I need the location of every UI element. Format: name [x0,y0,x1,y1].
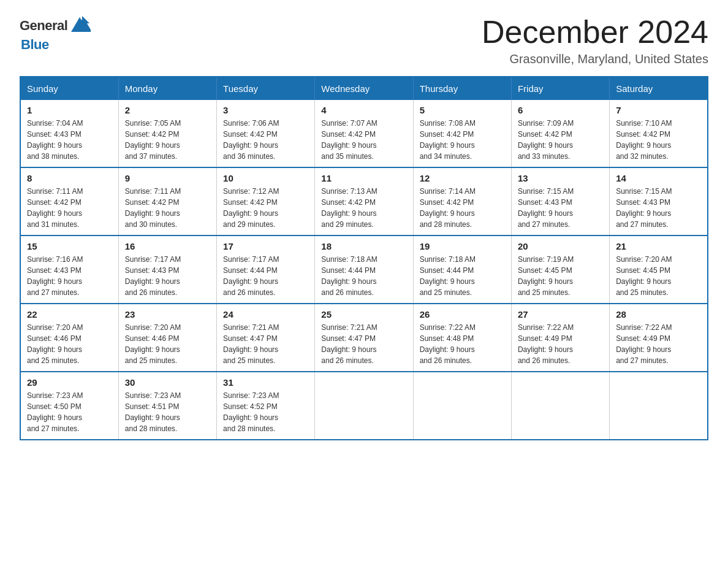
day-number: 24 [223,309,308,320]
day-number: 1 [27,105,112,115]
col-header-sunday: Sunday [20,77,118,100]
day-info: Sunrise: 7:23 AM Sunset: 4:50 PM Dayligh… [27,390,112,434]
calendar-cell: 17 Sunrise: 7:17 AM Sunset: 4:44 PM Dayl… [217,236,315,304]
logo: General Blue [20,15,91,53]
calendar-cell: 24 Sunrise: 7:21 AM Sunset: 4:47 PM Dayl… [217,304,315,372]
calendar-cell: 25 Sunrise: 7:21 AM Sunset: 4:47 PM Dayl… [315,304,413,372]
day-info: Sunrise: 7:19 AM Sunset: 4:45 PM Dayligh… [518,254,603,298]
calendar-cell: 2 Sunrise: 7:05 AM Sunset: 4:42 PM Dayli… [118,100,216,167]
calendar-cell: 6 Sunrise: 7:09 AM Sunset: 4:42 PM Dayli… [511,100,609,167]
location-subtitle: Grasonville, Maryland, United States [482,52,708,66]
day-number: 13 [518,173,603,183]
day-info: Sunrise: 7:23 AM Sunset: 4:52 PM Dayligh… [223,390,308,434]
calendar-cell: 3 Sunrise: 7:06 AM Sunset: 4:42 PM Dayli… [217,100,315,167]
title-block: December 2024 Grasonville, Maryland, Uni… [482,15,708,66]
day-number: 21 [616,241,701,251]
day-number: 27 [518,309,603,320]
day-number: 8 [27,173,112,183]
logo-text-general: General [20,18,67,34]
calendar-cell: 1 Sunrise: 7:04 AM Sunset: 4:43 PM Dayli… [20,100,118,167]
col-header-wednesday: Wednesday [315,77,413,100]
day-info: Sunrise: 7:04 AM Sunset: 4:43 PM Dayligh… [27,118,112,162]
calendar-cell: 30 Sunrise: 7:23 AM Sunset: 4:51 PM Dayl… [118,372,216,440]
day-number: 30 [125,377,210,388]
day-info: Sunrise: 7:07 AM Sunset: 4:42 PM Dayligh… [321,118,406,162]
col-header-tuesday: Tuesday [217,77,315,100]
calendar-cell: 13 Sunrise: 7:15 AM Sunset: 4:43 PM Dayl… [511,167,609,236]
day-info: Sunrise: 7:08 AM Sunset: 4:42 PM Dayligh… [420,118,505,162]
calendar-cell: 16 Sunrise: 7:17 AM Sunset: 4:43 PM Dayl… [118,236,216,304]
calendar-cell: 19 Sunrise: 7:18 AM Sunset: 4:44 PM Dayl… [413,236,511,304]
calendar-cell: 22 Sunrise: 7:20 AM Sunset: 4:46 PM Dayl… [20,304,118,372]
calendar-week-row: 29 Sunrise: 7:23 AM Sunset: 4:50 PM Dayl… [20,372,708,440]
day-info: Sunrise: 7:11 AM Sunset: 4:42 PM Dayligh… [125,186,210,230]
day-info: Sunrise: 7:21 AM Sunset: 4:47 PM Dayligh… [223,322,308,366]
calendar-cell: 20 Sunrise: 7:19 AM Sunset: 4:45 PM Dayl… [511,236,609,304]
calendar-cell: 28 Sunrise: 7:22 AM Sunset: 4:49 PM Dayl… [610,304,708,372]
day-number: 16 [125,241,210,251]
day-info: Sunrise: 7:12 AM Sunset: 4:42 PM Dayligh… [223,186,308,230]
day-info: Sunrise: 7:22 AM Sunset: 4:48 PM Dayligh… [420,322,505,366]
calendar-cell: 8 Sunrise: 7:11 AM Sunset: 4:42 PM Dayli… [20,167,118,236]
calendar-cell: 26 Sunrise: 7:22 AM Sunset: 4:48 PM Dayl… [413,304,511,372]
day-number: 20 [518,241,603,251]
calendar-cell: 21 Sunrise: 7:20 AM Sunset: 4:45 PM Dayl… [610,236,708,304]
page-header: General Blue December 2024 Grasonville, … [20,15,708,66]
calendar-cell: 23 Sunrise: 7:20 AM Sunset: 4:46 PM Dayl… [118,304,216,372]
day-info: Sunrise: 7:13 AM Sunset: 4:42 PM Dayligh… [321,186,406,230]
day-number: 23 [125,309,210,320]
day-info: Sunrise: 7:20 AM Sunset: 4:46 PM Dayligh… [125,322,210,366]
day-info: Sunrise: 7:06 AM Sunset: 4:42 PM Dayligh… [223,118,308,162]
day-number: 7 [616,105,701,115]
month-title: December 2024 [482,15,708,50]
calendar-cell [610,372,708,440]
day-info: Sunrise: 7:18 AM Sunset: 4:44 PM Dayligh… [420,254,505,298]
day-info: Sunrise: 7:15 AM Sunset: 4:43 PM Dayligh… [616,186,701,230]
day-number: 17 [223,241,308,251]
calendar-header-row: SundayMondayTuesdayWednesdayThursdayFrid… [20,77,708,100]
calendar-cell: 7 Sunrise: 7:10 AM Sunset: 4:42 PM Dayli… [610,100,708,167]
calendar-cell: 4 Sunrise: 7:07 AM Sunset: 4:42 PM Dayli… [315,100,413,167]
day-number: 19 [420,241,505,251]
calendar-table: SundayMondayTuesdayWednesdayThursdayFrid… [20,76,708,440]
logo-line2: Blue [21,37,49,53]
calendar-cell: 15 Sunrise: 7:16 AM Sunset: 4:43 PM Dayl… [20,236,118,304]
calendar-cell [511,372,609,440]
day-info: Sunrise: 7:22 AM Sunset: 4:49 PM Dayligh… [518,322,603,366]
day-info: Sunrise: 7:14 AM Sunset: 4:42 PM Dayligh… [420,186,505,230]
day-info: Sunrise: 7:05 AM Sunset: 4:42 PM Dayligh… [125,118,210,162]
logo-line1: General [20,15,91,37]
day-number: 6 [518,105,603,115]
calendar-cell: 12 Sunrise: 7:14 AM Sunset: 4:42 PM Dayl… [413,167,511,236]
day-number: 14 [616,173,701,183]
day-number: 9 [125,173,210,183]
day-number: 3 [223,105,308,115]
day-info: Sunrise: 7:20 AM Sunset: 4:45 PM Dayligh… [616,254,701,298]
day-number: 28 [616,309,701,320]
day-number: 29 [27,377,112,388]
day-number: 2 [125,105,210,115]
day-number: 12 [420,173,505,183]
col-header-thursday: Thursday [413,77,511,100]
day-info: Sunrise: 7:17 AM Sunset: 4:44 PM Dayligh… [223,254,308,298]
calendar-cell: 10 Sunrise: 7:12 AM Sunset: 4:42 PM Dayl… [217,167,315,236]
calendar-cell: 14 Sunrise: 7:15 AM Sunset: 4:43 PM Dayl… [610,167,708,236]
calendar-cell: 9 Sunrise: 7:11 AM Sunset: 4:42 PM Dayli… [118,167,216,236]
calendar-week-row: 8 Sunrise: 7:11 AM Sunset: 4:42 PM Dayli… [20,167,708,236]
day-number: 11 [321,173,406,183]
logo-text-blue: Blue [21,37,49,53]
calendar-cell [413,372,511,440]
calendar-cell: 27 Sunrise: 7:22 AM Sunset: 4:49 PM Dayl… [511,304,609,372]
day-number: 10 [223,173,308,183]
calendar-cell: 5 Sunrise: 7:08 AM Sunset: 4:42 PM Dayli… [413,100,511,167]
day-number: 25 [321,309,406,320]
day-info: Sunrise: 7:21 AM Sunset: 4:47 PM Dayligh… [321,322,406,366]
calendar-week-row: 15 Sunrise: 7:16 AM Sunset: 4:43 PM Dayl… [20,236,708,304]
day-number: 22 [27,309,112,320]
day-number: 26 [420,309,505,320]
day-info: Sunrise: 7:15 AM Sunset: 4:43 PM Dayligh… [518,186,603,230]
day-info: Sunrise: 7:10 AM Sunset: 4:42 PM Dayligh… [616,118,701,162]
calendar-cell: 31 Sunrise: 7:23 AM Sunset: 4:52 PM Dayl… [217,372,315,440]
day-number: 18 [321,241,406,251]
day-info: Sunrise: 7:20 AM Sunset: 4:46 PM Dayligh… [27,322,112,366]
